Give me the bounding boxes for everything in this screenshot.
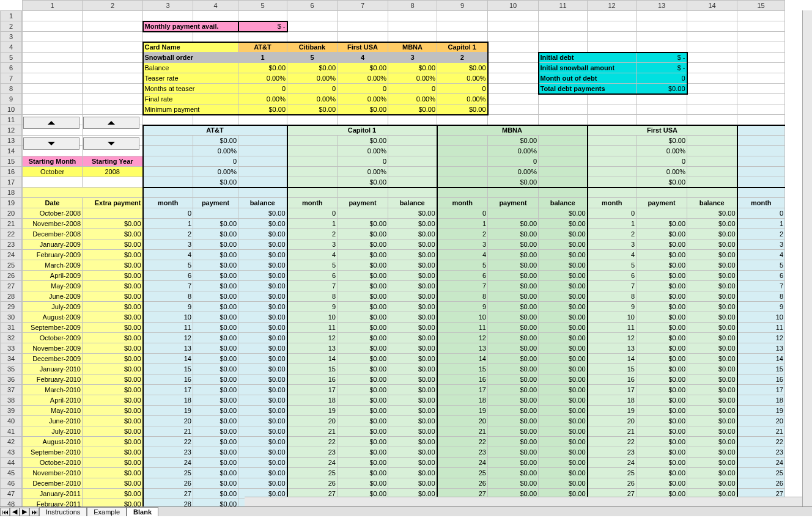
cell-r12-c3[interactable]: AT&T [143, 125, 287, 136]
cell-r16-c10[interactable]: 0.00% [488, 167, 539, 177]
cell-r40-c13[interactable]: $0.00 [637, 416, 687, 426]
cell-r24-c5[interactable]: $0.00 [238, 250, 287, 260]
cell-r14-c9[interactable] [437, 146, 488, 156]
cell-r31-c2[interactable]: $0.00 [83, 323, 143, 333]
cell-r39-c6[interactable]: 19 [287, 406, 338, 416]
cell-r35-c2[interactable]: $0.00 [83, 364, 143, 374]
cell-r29-c13[interactable]: $0.00 [637, 302, 687, 312]
cell-r24-c13[interactable]: $0.00 [637, 250, 687, 260]
cell-r24-c12[interactable]: 4 [588, 250, 637, 260]
cell-r3-c13[interactable] [637, 32, 687, 42]
cell-r4-c13[interactable] [637, 42, 687, 53]
cell-r21-c10[interactable]: $0.00 [488, 219, 539, 229]
cell-r28-c1[interactable]: June-2009 [23, 291, 83, 302]
cell-r46-c10[interactable]: $0.00 [488, 478, 539, 489]
cell-r4-c3[interactable]: Card Name [143, 42, 238, 53]
cell-r3-c8[interactable] [388, 32, 437, 42]
cell-r38-c5[interactable]: $0.00 [238, 395, 287, 406]
month-spinner-down[interactable] [23, 137, 79, 150]
cell-r15-c6[interactable] [287, 156, 338, 167]
cell-r6-c13[interactable]: $ - [637, 63, 687, 73]
cell-r36-c9[interactable]: 16 [437, 374, 488, 385]
cell-r24-c2[interactable]: $0.00 [83, 250, 143, 260]
cell-r28-c5[interactable]: $0.00 [238, 291, 287, 302]
cell-r33-c15[interactable]: 13 [737, 343, 785, 354]
cell-r25-c13[interactable]: $0.00 [637, 260, 687, 271]
year-spinner-down[interactable] [83, 137, 139, 150]
cell-r43-c8[interactable]: $0.00 [388, 447, 437, 458]
cell-r30-c13[interactable]: $0.00 [637, 312, 687, 323]
cell-r43-c2[interactable]: $0.00 [83, 447, 143, 458]
cell-r2-c8[interactable] [388, 21, 437, 32]
cell-r38-c12[interactable]: 18 [588, 395, 637, 406]
cell-r42-c6[interactable]: 22 [287, 437, 338, 447]
cell-r11-c14[interactable] [687, 115, 737, 125]
cell-r38-c2[interactable]: $0.00 [83, 395, 143, 406]
cell-r40-c9[interactable]: 20 [437, 416, 488, 426]
cell-r33-c3[interactable]: 13 [143, 343, 193, 354]
cell-r2-c6[interactable] [287, 21, 338, 32]
cell-r2-c9[interactable] [437, 21, 488, 32]
cell-r7-c1[interactable] [23, 73, 83, 84]
cell-r44-c6[interactable]: 24 [287, 458, 338, 468]
cell-r46-c3[interactable]: 26 [143, 478, 193, 489]
cell-r11-c5[interactable] [238, 115, 287, 125]
cell-r42-c12[interactable]: 22 [588, 437, 637, 447]
cell-r28-c12[interactable]: 8 [588, 291, 637, 302]
cell-r11-c11[interactable] [539, 115, 588, 125]
cell-r2-c14[interactable] [687, 21, 737, 32]
cell-r18-c10[interactable] [488, 188, 539, 198]
cell-r25-c1[interactable]: March-2009 [23, 260, 83, 271]
cell-r14-c12[interactable] [588, 146, 637, 156]
cell-r43-c13[interactable]: $0.00 [637, 447, 687, 458]
cell-r46-c6[interactable]: 26 [287, 478, 338, 489]
cell-r29-c10[interactable]: $0.00 [488, 302, 539, 312]
cell-r9-c7[interactable]: 0.00% [338, 94, 388, 104]
cell-r10-c10[interactable] [488, 104, 539, 115]
cell-r2-c15[interactable] [737, 21, 785, 32]
cell-r27-c2[interactable]: $0.00 [83, 281, 143, 291]
cell-r14-c11[interactable] [539, 146, 588, 156]
cell-r21-c3[interactable]: 1 [143, 219, 193, 229]
tab-nav-next-icon[interactable]: ▶ [20, 508, 29, 516]
cell-r7-c13[interactable]: 0 [637, 73, 687, 84]
cell-r26-c4[interactable]: $0.00 [193, 271, 238, 281]
cell-r31-c9[interactable]: 11 [437, 323, 488, 333]
cell-r10-c6[interactable]: $0.00 [287, 104, 338, 115]
cell-r32-c4[interactable]: $0.00 [193, 333, 238, 343]
cell-r35-c4[interactable]: $0.00 [193, 364, 238, 374]
cell-r21-c7[interactable]: $0.00 [338, 219, 388, 229]
cell-r15-c5[interactable] [238, 156, 287, 167]
cell-r27-c5[interactable]: $0.00 [238, 281, 287, 291]
cell-r11-c7[interactable] [338, 115, 388, 125]
cell-r29-c2[interactable]: $0.00 [83, 302, 143, 312]
cell-r8-c5[interactable]: 0 [238, 84, 287, 94]
cell-r36-c2[interactable]: $0.00 [83, 374, 143, 385]
cell-r8-c15[interactable] [737, 84, 785, 94]
cell-r9-c6[interactable]: 0.00% [287, 94, 338, 104]
cell-r45-c3[interactable]: 25 [143, 468, 193, 478]
cell-r41-c12[interactable]: 21 [588, 426, 637, 437]
cell-r11-c15[interactable] [737, 115, 785, 125]
cell-r8-c10[interactable] [488, 84, 539, 94]
cell-r33-c1[interactable]: November-2009 [23, 343, 83, 354]
cell-r5-c15[interactable] [737, 53, 785, 63]
cell-r42-c3[interactable]: 22 [143, 437, 193, 447]
cell-r37-c15[interactable]: 17 [737, 385, 785, 395]
cell-r17-c4[interactable]: $0.00 [193, 177, 238, 188]
cell-r19-c1[interactable]: Date [23, 198, 83, 208]
cell-r26-c10[interactable]: $0.00 [488, 271, 539, 281]
cell-r10-c3[interactable]: Minimum payment [143, 104, 238, 115]
cell-r47-c4[interactable]: $0.00 [193, 489, 238, 499]
cell-r7-c3[interactable]: Teaser rate [143, 73, 238, 84]
cell-r33-c11[interactable]: $0.00 [539, 343, 588, 354]
cell-r2-c3[interactable]: Monthly payment avail. [143, 21, 238, 32]
cell-r24-c6[interactable]: 4 [287, 250, 338, 260]
cell-r9-c14[interactable] [687, 94, 737, 104]
cell-r1-c6[interactable] [287, 11, 338, 21]
cell-r43-c5[interactable]: $0.00 [238, 447, 287, 458]
cell-r20-c13[interactable] [637, 208, 687, 219]
cell-r12-c12[interactable]: First USA [588, 125, 737, 136]
cell-r2-c7[interactable] [338, 21, 388, 32]
cell-r25-c15[interactable]: 5 [737, 260, 785, 271]
